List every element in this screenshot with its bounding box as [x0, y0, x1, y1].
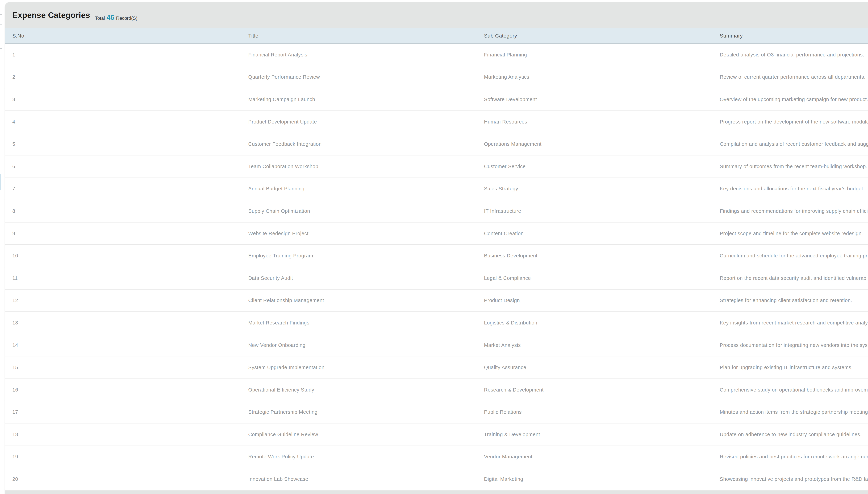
column-header-summary: Summary — [712, 33, 868, 39]
cell-sub-category: Marketing Analytics — [476, 74, 712, 80]
cell-title: Employee Training Program — [241, 253, 476, 259]
cell-title: Client Relationship Management — [241, 298, 476, 303]
left-edge-artifact — [0, 48, 2, 49]
cell-sno: 19 — [5, 454, 241, 460]
cell-sub-category: Training & Development — [476, 432, 712, 437]
table-row: 16 Operational Efficiency Study Research… — [5, 379, 868, 401]
cell-summary: Report on the recent data security audit… — [712, 275, 868, 281]
table-row: 11 Data Security Audit Legal & Complianc… — [5, 267, 868, 289]
cell-sub-category: Operations Management — [476, 141, 712, 147]
table-row: 7 Annual Budget Planning Sales Strategy … — [5, 178, 868, 200]
table-row: 14 New Vendor Onboarding Market Analysis… — [5, 334, 868, 357]
cell-sno: 13 — [5, 320, 241, 326]
cell-title: Remote Work Policy Update — [241, 454, 476, 460]
cell-summary: Detailed analysis of Q3 financial perfor… — [712, 52, 868, 58]
cell-summary: Review of current quarter performance ac… — [712, 74, 868, 80]
cell-summary: Process documentation for integrating ne… — [712, 342, 868, 348]
cell-title: Annual Budget Planning — [241, 186, 476, 192]
cell-title: Data Security Audit — [241, 275, 476, 281]
table-row: 5 Customer Feedback Integration Operatio… — [5, 133, 868, 155]
cell-summary: Strategies for enhancing client satisfac… — [712, 298, 868, 303]
table-header: S.No. Title Sub Category Summary Actions — [5, 28, 868, 44]
cell-title: Innovation Lab Showcase — [241, 476, 476, 482]
cell-summary: Compilation and analysis of recent custo… — [712, 141, 868, 147]
cell-title: Quarterly Performance Review — [241, 74, 476, 80]
records-total: Total 46 Record(S) — [95, 14, 138, 21]
cell-summary: Minutes and action items from the strate… — [712, 409, 868, 415]
cell-sub-category: Customer Service — [476, 164, 712, 169]
cell-sub-category: Financial Planning — [476, 52, 712, 58]
cell-sub-category: Market Analysis — [476, 342, 712, 348]
table-footer — [5, 491, 868, 494]
cell-summary: Revised policies and best practices for … — [712, 454, 868, 460]
cell-summary: Progress report on the development of th… — [712, 119, 868, 125]
cell-summary: Overview of the upcoming marketing campa… — [712, 97, 868, 102]
cell-title: Team Collaboration Workshop — [241, 164, 476, 169]
cell-title: Product Development Update — [241, 119, 476, 125]
cell-title: Supply Chain Optimization — [241, 208, 476, 214]
left-edge-artifact — [0, 37, 2, 37]
cell-sno: 2 — [5, 74, 241, 80]
cell-summary: Project scope and timeline for the compl… — [712, 231, 868, 236]
cell-sub-category: Vendor Management — [476, 454, 712, 460]
page: Expense Categories Total 46 Record(S) — [0, 0, 868, 494]
cell-title: Customer Feedback Integration — [241, 141, 476, 147]
cell-sub-category: Logistics & Distribution — [476, 320, 712, 326]
table-row: 1 Financial Report Analysis Financial Pl… — [5, 44, 868, 66]
cell-sub-category: Business Development — [476, 253, 712, 259]
table-row: 8 Supply Chain Optimization IT Infrastru… — [5, 200, 868, 223]
records-total-suffix: Record(S) — [116, 16, 138, 21]
records-count: 46 — [106, 14, 114, 21]
cell-summary: Showcasing innovative projects and proto… — [712, 476, 868, 482]
cell-sno: 1 — [5, 52, 241, 58]
cell-sub-category: Quality Assurance — [476, 365, 712, 370]
cell-summary: Summary of outcomes from the recent team… — [712, 164, 868, 169]
cell-sub-category: Legal & Compliance — [476, 275, 712, 281]
cell-summary: Comprehensive study on operational bottl… — [712, 387, 868, 393]
table-row: 6 Team Collaboration Workshop Customer S… — [5, 155, 868, 178]
table-row: 13 Market Research Findings Logistics & … — [5, 312, 868, 334]
cell-sno: 15 — [5, 365, 241, 370]
table-row: 17 Strategic Partnership Meeting Public … — [5, 401, 868, 424]
expense-categories-panel: Expense Categories Total 46 Record(S) — [5, 2, 868, 494]
left-edge-artifact — [0, 174, 1, 190]
table-row: 12 Client Relationship Management Produc… — [5, 289, 868, 312]
cell-sub-category: Human Resources — [476, 119, 712, 125]
cell-title: Website Redesign Project — [241, 231, 476, 236]
cell-sub-category: Digital Marketing — [476, 476, 712, 482]
cell-title: Compliance Guideline Review — [241, 432, 476, 437]
cell-title: Operational Efficiency Study — [241, 387, 476, 393]
toolbar: Expense Categories Total 46 Record(S) — [5, 2, 868, 28]
table-row: 15 System Upgrade Implementation Quality… — [5, 357, 868, 379]
cell-sno: 3 — [5, 97, 241, 102]
cell-sno: 20 — [5, 476, 241, 482]
page-title: Expense Categories — [12, 11, 90, 20]
table-row: 3 Marketing Campaign Launch Software Dev… — [5, 89, 868, 111]
cell-sub-category: Sales Strategy — [476, 186, 712, 192]
table-row: 10 Employee Training Program Business De… — [5, 245, 868, 267]
cell-sub-category: Content Creation — [476, 231, 712, 236]
cell-title: Market Research Findings — [241, 320, 476, 326]
left-edge-artifact — [0, 24, 2, 25]
cell-sno: 11 — [5, 275, 241, 281]
records-total-prefix: Total — [95, 16, 105, 21]
table-row: 18 Compliance Guideline Review Training … — [5, 423, 868, 446]
table-row: 9 Website Redesign Project Content Creat… — [5, 223, 868, 245]
cell-sno: 6 — [5, 164, 241, 169]
cell-summary: Key insights from recent market research… — [712, 320, 868, 326]
cell-sno: 9 — [5, 231, 241, 236]
cell-title: Financial Report Analysis — [241, 52, 476, 58]
table-body: 1 Financial Report Analysis Financial Pl… — [5, 44, 868, 491]
cell-title: System Upgrade Implementation — [241, 365, 476, 370]
cell-title: New Vendor Onboarding — [241, 342, 476, 348]
cell-sno: 17 — [5, 409, 241, 415]
table-row: 2 Quarterly Performance Review Marketing… — [5, 66, 868, 89]
cell-sub-category: Public Relations — [476, 409, 712, 415]
cell-sno: 14 — [5, 342, 241, 348]
cell-summary: Curriculum and schedule for the advanced… — [712, 253, 868, 259]
column-header-title: Title — [241, 33, 476, 39]
left-edge-artifact — [0, 14, 2, 15]
cell-sno: 18 — [5, 432, 241, 437]
column-header-sub-category: Sub Category — [476, 33, 712, 39]
column-header-sno: S.No. — [5, 33, 241, 39]
